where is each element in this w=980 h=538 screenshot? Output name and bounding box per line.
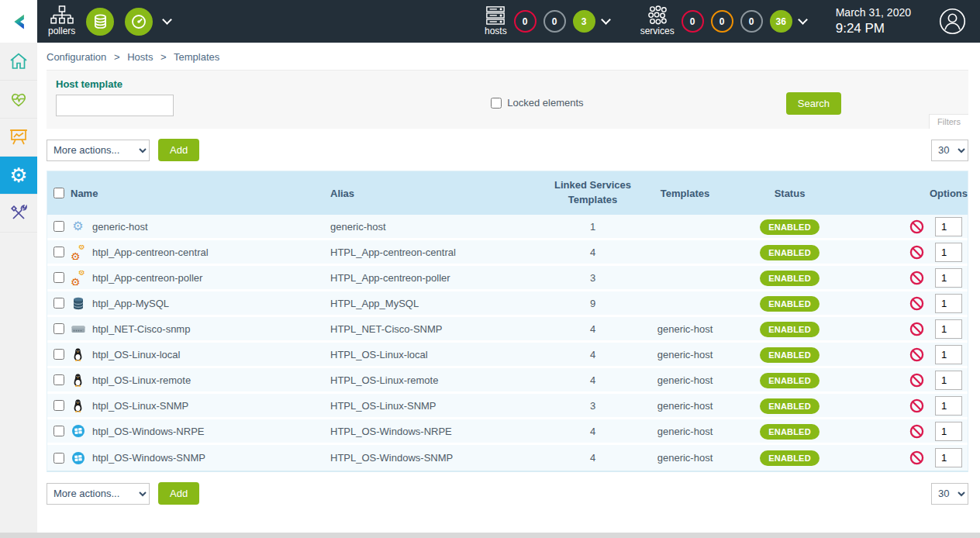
row-checkbox[interactable] bbox=[53, 298, 64, 309]
locked-elements-checkbox[interactable] bbox=[491, 98, 502, 109]
services-chevron-down-icon[interactable] bbox=[798, 15, 808, 25]
row-name-link[interactable]: htpl_OS-Windows-NRPE bbox=[92, 426, 205, 437]
row-name-link[interactable]: htpl_NET-Cisco-snmp bbox=[92, 323, 190, 335]
column-header-templates[interactable]: Templates bbox=[644, 185, 726, 202]
options-count-input[interactable] bbox=[935, 217, 962, 236]
disable-icon[interactable] bbox=[909, 347, 924, 362]
options-count-input[interactable] bbox=[935, 268, 962, 288]
options-count-input[interactable] bbox=[935, 294, 962, 313]
centreon-logo[interactable] bbox=[0, 0, 37, 43]
options-count-input[interactable] bbox=[935, 243, 962, 262]
row-parent-template: generic-host bbox=[644, 323, 726, 335]
top-actions-toolbar: More actions... Add 30 bbox=[47, 139, 968, 161]
filters-tab[interactable]: Filters bbox=[929, 114, 968, 129]
search-group: Search bbox=[786, 92, 841, 115]
options-count-input[interactable] bbox=[935, 448, 962, 467]
row-name-link[interactable]: generic-host bbox=[92, 221, 148, 233]
row-alias: HTPL_App_MySQL bbox=[330, 298, 541, 309]
more-actions-select[interactable]: More actions... bbox=[47, 140, 150, 161]
disable-icon[interactable] bbox=[909, 373, 924, 388]
row-checkbox[interactable] bbox=[53, 247, 64, 257]
disable-icon[interactable] bbox=[909, 322, 924, 336]
row-linked-services-count: 9 bbox=[541, 298, 644, 309]
row-linked-services-count: 4 bbox=[541, 426, 644, 437]
page-size-select-bottom[interactable]: 30 bbox=[931, 483, 968, 505]
hosts-counter-badge[interactable]: 0 bbox=[543, 10, 566, 33]
select-all-checkbox[interactable] bbox=[53, 188, 64, 198]
row-checkbox[interactable] bbox=[53, 323, 64, 334]
linux-icon bbox=[71, 399, 85, 412]
table-row: htpl_OS-Windows-NRPEHTPL_OS-Windows-NRPE… bbox=[47, 419, 968, 445]
row-name-link[interactable]: htpl_OS-Linux-SNMP bbox=[92, 400, 188, 412]
options-count-input[interactable] bbox=[935, 319, 962, 339]
row-alias: HTPL_App-centreon-poller bbox=[330, 272, 541, 284]
add-button[interactable]: Add bbox=[158, 139, 199, 161]
disable-icon[interactable] bbox=[909, 245, 924, 260]
row-checkbox[interactable] bbox=[53, 272, 64, 283]
user-profile-button[interactable] bbox=[939, 8, 966, 35]
options-count-input[interactable] bbox=[935, 422, 962, 441]
row-name-link[interactable]: htpl_OS-Windows-SNMP bbox=[92, 452, 205, 464]
sidebar-item-administration[interactable] bbox=[0, 195, 37, 233]
options-count-input[interactable] bbox=[935, 396, 962, 416]
row-linked-services-count: 4 bbox=[541, 247, 644, 258]
table-row: ⚙generic-hostgeneric-host1ENABLED bbox=[47, 215, 968, 240]
column-header-status[interactable]: Status bbox=[726, 185, 854, 202]
database-icon bbox=[71, 297, 85, 310]
row-name-link[interactable]: htpl_App-centreon-central bbox=[92, 247, 209, 258]
table-row: ⚙⚙htpl_App-centreon-centralHTPL_App-cent… bbox=[47, 240, 968, 266]
options-count-input[interactable] bbox=[935, 371, 962, 390]
services-counter-badge[interactable]: 0 bbox=[711, 10, 733, 33]
disable-icon[interactable] bbox=[909, 398, 924, 413]
row-name-link[interactable]: htpl_OS-Linux-local bbox=[92, 349, 180, 360]
hosts-menu[interactable]: hosts bbox=[485, 5, 507, 36]
pollers-menu[interactable]: pollers bbox=[48, 5, 75, 36]
add-button-bottom[interactable]: Add bbox=[158, 482, 199, 505]
table-row: htpl_OS-Linux-remoteHTPL_OS-Linux-remote… bbox=[47, 368, 968, 394]
column-header-options[interactable]: Options bbox=[854, 185, 968, 202]
sidebar-item-home[interactable] bbox=[0, 43, 37, 81]
row-name-link[interactable]: htpl_App-centreon-poller bbox=[92, 272, 202, 284]
sidebar-item-configuration[interactable]: ⚙ bbox=[0, 157, 37, 195]
row-checkbox[interactable] bbox=[53, 426, 64, 436]
more-actions-select-bottom[interactable]: More actions... bbox=[47, 483, 150, 505]
disable-icon[interactable] bbox=[909, 271, 924, 285]
hosts-chevron-down-icon[interactable] bbox=[601, 15, 611, 25]
hosts-counter-badge[interactable]: 3 bbox=[573, 10, 595, 33]
row-checkbox[interactable] bbox=[53, 221, 64, 232]
column-header-alias[interactable]: Alias bbox=[330, 185, 541, 202]
disable-icon[interactable] bbox=[909, 424, 924, 439]
disable-icon[interactable] bbox=[909, 219, 924, 234]
table-row: ⚙⚙htpl_App-centreon-pollerHTPL_App-centr… bbox=[47, 266, 968, 291]
page-size-select[interactable]: 30 bbox=[931, 140, 968, 161]
breadcrumb-configuration[interactable]: Configuration bbox=[47, 51, 106, 63]
services-menu[interactable]: services bbox=[640, 5, 675, 36]
row-parent-template: generic-host bbox=[644, 400, 726, 412]
options-count-input[interactable] bbox=[935, 345, 962, 364]
sidebar-item-reporting[interactable] bbox=[0, 119, 37, 157]
host-template-input[interactable] bbox=[56, 95, 174, 116]
database-status-button[interactable] bbox=[86, 8, 114, 36]
hosts-counter-badge[interactable]: 0 bbox=[514, 10, 537, 33]
column-header-name[interactable]: Name bbox=[71, 185, 330, 202]
row-name-link[interactable]: htpl_OS-Linux-remote bbox=[92, 374, 191, 386]
row-checkbox[interactable] bbox=[53, 374, 64, 385]
pollers-chevron-down-icon[interactable] bbox=[162, 15, 172, 25]
row-checkbox[interactable] bbox=[53, 400, 64, 411]
services-counter-badge[interactable]: 36 bbox=[770, 10, 792, 33]
breadcrumb-templates[interactable]: Templates bbox=[174, 51, 219, 63]
disable-icon[interactable] bbox=[909, 296, 924, 311]
breadcrumb-hosts[interactable]: Hosts bbox=[127, 51, 153, 63]
row-checkbox[interactable] bbox=[53, 349, 64, 360]
services-counter-badge[interactable]: 0 bbox=[682, 10, 704, 33]
latency-gauge-button[interactable] bbox=[125, 8, 153, 36]
column-header-linked-services-templates[interactable]: Linked Services Templates bbox=[541, 175, 644, 211]
status-badge: ENABLED bbox=[760, 245, 820, 260]
row-checkbox[interactable] bbox=[53, 453, 64, 464]
search-button[interactable]: Search bbox=[786, 92, 841, 115]
services-counter-badge[interactable]: 0 bbox=[740, 10, 763, 33]
disable-icon[interactable] bbox=[909, 450, 924, 465]
presentation-chart-icon bbox=[9, 127, 29, 147]
sidebar-item-monitoring[interactable] bbox=[0, 81, 37, 119]
row-name-link[interactable]: htpl_App-MySQL bbox=[92, 298, 169, 309]
